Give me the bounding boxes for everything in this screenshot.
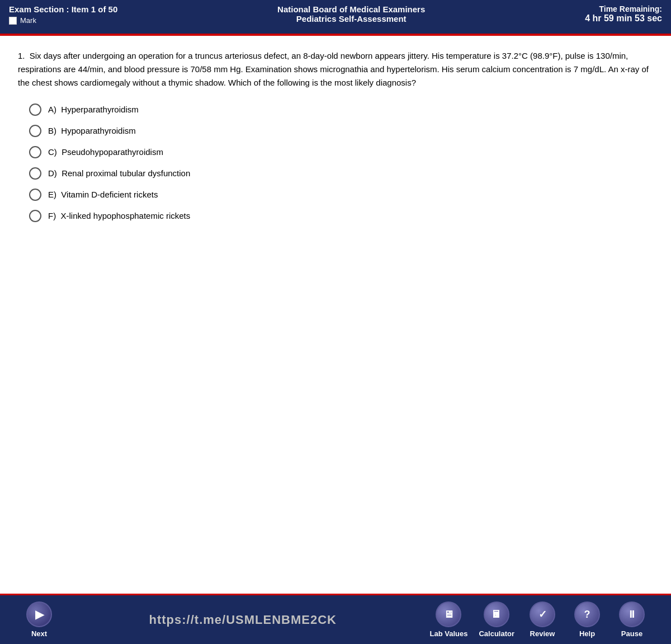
footer-watermark: https://t.me/USMLENBME2CK	[56, 613, 430, 627]
radio-f[interactable]	[29, 210, 41, 222]
calculator-label: Calculator	[479, 629, 514, 638]
radio-d[interactable]	[29, 167, 41, 180]
radio-b[interactable]	[29, 125, 41, 137]
mark-checkbox[interactable]	[9, 17, 17, 25]
main-content: 1. Six days after undergoing an operatio…	[0, 36, 671, 594]
next-icon: ▶	[26, 601, 52, 627]
help-label: Help	[579, 629, 595, 638]
choice-label-e: E) Vitamin D-deficient rickets	[48, 188, 158, 201]
exam-name: Pediatrics Self-Assessment	[117, 14, 585, 23]
answer-choice-f[interactable]: F) X-linked hypophosphatemic rickets	[29, 209, 653, 223]
question-text: 1. Six days after undergoing an operatio…	[18, 49, 653, 90]
header-right: Time Remaining: 4 hr 59 min 53 sec	[585, 4, 662, 23]
answer-choice-c[interactable]: C) Pseudohypoparathyroidism	[29, 145, 653, 159]
answer-choices: A) Hyperparathyroidism B) Hypoparathyroi…	[29, 103, 653, 223]
radio-e[interactable]	[29, 189, 41, 201]
help-icon: ?	[574, 601, 600, 627]
next-button[interactable]: ▶ Next	[22, 601, 56, 638]
radio-c[interactable]	[29, 146, 41, 158]
lab-values-label: Lab Values	[430, 629, 468, 638]
org-name: National Board of Medical Examiners	[117, 4, 585, 14]
choice-label-b: B) Hypoparathyroidism	[48, 124, 136, 138]
question-body: Six days after undergoing an operation f…	[18, 51, 649, 87]
time-label: Time Remaining:	[585, 4, 662, 13]
footer: ▶ Next https://t.me/USMLENBME2CK 🖥 Lab V…	[0, 594, 671, 644]
lab-values-icon: 🖥	[436, 601, 461, 627]
next-label: Next	[31, 629, 47, 638]
mark-label[interactable]: Mark	[20, 16, 36, 25]
answer-choice-d[interactable]: D) Renal proximal tubular dysfunction	[29, 167, 653, 180]
answer-choice-a[interactable]: A) Hyperparathyroidism	[29, 103, 653, 116]
calculator-icon: 🖩	[484, 601, 509, 627]
time-value: 4 hr 59 min 53 sec	[585, 13, 662, 23]
question-number: 1.	[18, 51, 25, 60]
question-block: 1. Six days after undergoing an operatio…	[18, 49, 653, 223]
choice-label-a: A) Hyperparathyroidism	[48, 103, 139, 116]
radio-a[interactable]	[29, 104, 41, 116]
header-center: National Board of Medical Examiners Pedi…	[117, 4, 585, 23]
help-button[interactable]: ? Help	[570, 601, 604, 638]
footer-right-buttons: 🖥 Lab Values 🖩 Calculator ✓ Review ? Hel…	[430, 601, 649, 638]
mark-row: Mark	[9, 16, 117, 25]
header-left: Exam Section : Item 1 of 50 Mark	[9, 4, 117, 25]
choice-label-c: C) Pseudohypoparathyroidism	[48, 145, 163, 159]
lab-values-button[interactable]: 🖥 Lab Values	[430, 601, 468, 638]
header: Exam Section : Item 1 of 50 Mark Nationa…	[0, 0, 671, 34]
review-button[interactable]: ✓ Review	[526, 601, 559, 638]
answer-choice-e[interactable]: E) Vitamin D-deficient rickets	[29, 188, 653, 201]
review-icon: ✓	[530, 601, 555, 627]
choice-label-d: D) Renal proximal tubular dysfunction	[48, 167, 190, 180]
pause-label: Pause	[621, 629, 642, 638]
review-label: Review	[530, 629, 555, 638]
pause-icon: ⏸	[619, 601, 645, 627]
choice-label-f: F) X-linked hypophosphatemic rickets	[48, 209, 190, 223]
answer-choice-b[interactable]: B) Hypoparathyroidism	[29, 124, 653, 138]
pause-button[interactable]: ⏸ Pause	[615, 601, 649, 638]
exam-section-label: Exam Section : Item 1 of 50	[9, 4, 117, 14]
calculator-button[interactable]: 🖩 Calculator	[479, 601, 514, 638]
